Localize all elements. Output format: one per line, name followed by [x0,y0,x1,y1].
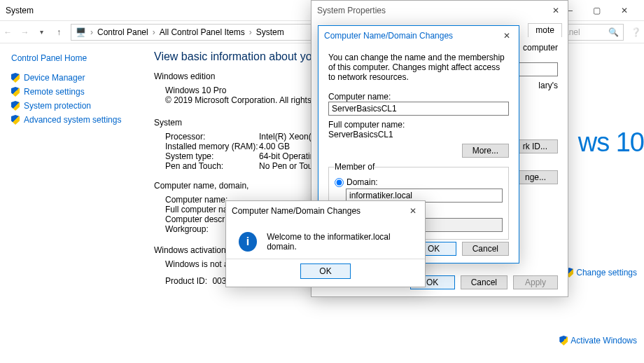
back-button[interactable]: ← [3,25,13,40]
sidebar-advanced-settings[interactable]: Advanced system settings [11,115,136,125]
recent-dropdown[interactable]: ▾ [37,25,47,40]
sidebar-system-protection[interactable]: System protection [11,101,136,111]
more-button[interactable]: More... [462,144,509,158]
windows-logo-text: ws 10 [578,128,644,158]
welcome-message-box: Computer Name/Domain Changes ✕ i Welcome… [225,200,426,287]
full-computer-name-value: ServerBasicsCL1 [328,130,509,139]
label-pen: Pen and Touch: [154,161,259,171]
help-icon[interactable]: ❔ [631,27,641,37]
dialog-titlebar: System Properties ✕ [312,1,568,20]
forward-button[interactable]: → [20,25,29,40]
dialog-title: Computer Name/Domain Changes [324,31,453,41]
shield-icon [11,87,20,97]
crumb-control-panel[interactable]: Control Panel [97,27,148,37]
shield-icon [11,101,20,111]
full-computer-name-label: Full computer name: [328,120,509,130]
shield-icon [11,73,20,83]
chevron-right-icon: › [90,27,93,37]
sysprops-cancel-button[interactable]: Cancel [461,275,507,289]
close-icon[interactable]: ✕ [407,206,419,216]
up-button[interactable]: ↑ [54,25,64,40]
crumb-system[interactable]: System [256,27,284,37]
dialog-title: System Properties [317,6,386,15]
search-icon: 🔍 [608,27,619,37]
change-settings-link[interactable]: Change settings [565,268,637,278]
crumb-all-items[interactable]: All Control Panel Items [160,27,245,37]
intro-text: You can change the name and the membersh… [328,53,509,82]
dialog-titlebar: Computer Name/Domain Changes ✕ [226,201,425,221]
window-title: System [6,6,34,15]
chevron-right-icon: › [249,27,252,37]
label-processor: Processor: [154,132,259,142]
shield-icon [559,336,568,345]
sidebar-remote-settings[interactable]: Remote settings [11,87,136,97]
sidebar: Control Panel Home Device Manager Remote… [0,43,140,363]
change-button[interactable]: nge... [513,170,558,184]
control-panel-icon: 🖥️ [76,27,86,37]
sysprops-apply-button[interactable]: Apply [513,275,558,289]
close-icon[interactable]: ✕ [500,31,513,41]
tab-remote[interactable]: mote [528,23,562,37]
member-of-legend: Member of [335,162,374,172]
computer-name-input[interactable] [328,102,509,116]
domchg-cancel-button[interactable]: Cancel [462,242,509,256]
chevron-right-icon: › [153,27,155,37]
label-systype: System type: [154,151,259,161]
close-button[interactable]: ✕ [610,1,638,20]
message-text: Welcome to the informatiker.local domain… [267,232,412,252]
computer-name-label: Computer name: [328,92,509,102]
shield-icon [11,115,20,125]
label-ram: Installed memory (RAM): [154,142,259,151]
sidebar-device-manager[interactable]: Device Manager [11,73,136,83]
maximize-button[interactable]: ▢ [582,1,610,20]
product-id-label: Product ID: [165,276,207,286]
msgbox-ok-button[interactable]: OK [300,263,350,279]
info-icon: i [239,232,257,252]
close-icon[interactable]: ✕ [550,6,562,15]
activate-windows-link[interactable]: Activate Windows [559,336,637,345]
dialog-titlebar: Computer Name/Domain Changes ✕ [318,26,519,46]
domain-radio[interactable]: Domain: [335,177,503,187]
dialog-title: Computer Name/Domain Changes [232,206,360,216]
control-panel-home-link[interactable]: Control Panel Home [11,53,136,63]
